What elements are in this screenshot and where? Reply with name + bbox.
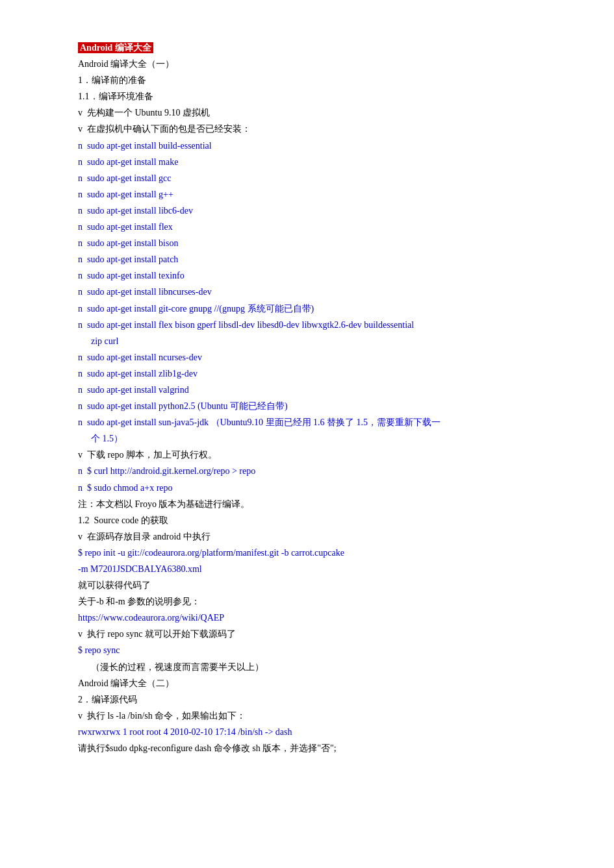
line-n17-cont: 个 1.5） (91, 431, 536, 446)
line-n3: n sudo apt-get install gcc (78, 171, 536, 186)
line-section2: 2．编译源代码 (78, 692, 536, 707)
line-v2: v 在虚拟机中确认下面的包是否已经安装： (78, 121, 536, 136)
line-section11: 1.1．编译环境准备 (78, 89, 536, 104)
line-n14: n sudo apt-get install zlib1g-dev (78, 366, 536, 381)
title-line: Android 编译大全 (78, 40, 536, 55)
line-v4: v 在源码存放目录 android 中执行 (78, 529, 536, 544)
line-n11: n sudo apt-get install git-core gnupg //… (78, 301, 536, 316)
line-n8: n sudo apt-get install patch (78, 252, 536, 267)
line-note: 注：本文档以 Froyo 版本为基础进行编译。 (78, 497, 536, 512)
line-n12-cont: zip curl (91, 334, 536, 349)
line-n18: n $ curl http://android.git.kernel.org/r… (78, 464, 536, 478)
line-n15: n sudo apt-get install valgrind (78, 382, 536, 397)
line-v6: v 执行 ls -la /bin/sh 命令，如果输出如下： (78, 708, 536, 723)
line-n4: n sudo apt-get install g++ (78, 187, 536, 202)
line-ls-output: rwxrwxrwx 1 root root 4 2010-02-10 17:14… (78, 725, 536, 739)
line-long-process: （漫长的过程，视速度而言需要半天以上） (91, 660, 536, 675)
line-param-note: 关于-b 和-m 参数的说明参见： (78, 594, 536, 609)
line-android-title2: Android 编译大全（二） (78, 676, 536, 691)
line-n19: n $ sudo chmod a+x repo (78, 480, 536, 495)
page-content: Android 编译大全 Android 编译大全（一） 1．编译前的准备 1.… (78, 40, 536, 756)
line-got-code: 就可以获得代码了 (78, 578, 536, 593)
line-android-title1: Android 编译大全（一） (78, 56, 536, 71)
line-n5: n sudo apt-get install libc6-dev (78, 203, 536, 218)
line-n17: n sudo apt-get install sun-java5-jdk （Ub… (78, 415, 536, 430)
line-n9: n sudo apt-get install texinfo (78, 268, 536, 283)
line-link[interactable]: https://www.codeaurora.org/wiki/QAEP (78, 610, 536, 625)
line-n6: n sudo apt-get install flex (78, 219, 536, 234)
line-section12: 1.2 Source code 的获取 (78, 513, 536, 528)
line-repo-sync: $ repo sync (78, 643, 536, 658)
line-n7: n sudo apt-get install bison (78, 236, 536, 251)
line-n12: n sudo apt-get install flex bison gperf … (78, 317, 536, 332)
line-n16: n sudo apt-get install python2.5 (Ubuntu… (78, 399, 536, 414)
line-v3: v 下载 repo 脚本，加上可执行权。 (78, 447, 536, 462)
line-section1: 1．编译前的准备 (78, 73, 536, 88)
line-dpkg: 请执行$sudo dpkg-reconfigure dash 命令修改 sh 版… (78, 741, 536, 756)
line-repo-init: $ repo init -u git://codeaurora.org/plat… (78, 545, 536, 560)
line-repo-init-cont: -m M7201JSDCBALYA6380.xml (78, 562, 536, 577)
line-n13: n sudo apt-get install ncurses-dev (78, 350, 536, 365)
line-n10: n sudo apt-get install libncurses-dev (78, 284, 536, 299)
title-highlight: Android 编译大全 (78, 42, 153, 53)
line-n1: n sudo apt-get install build-essential (78, 138, 536, 153)
line-v5: v 执行 repo sync 就可以开始下载源码了 (78, 626, 536, 641)
line-v1: v 先构建一个 Ubuntu 9.10 虚拟机 (78, 105, 536, 120)
line-n2: n sudo apt-get install make (78, 155, 536, 169)
